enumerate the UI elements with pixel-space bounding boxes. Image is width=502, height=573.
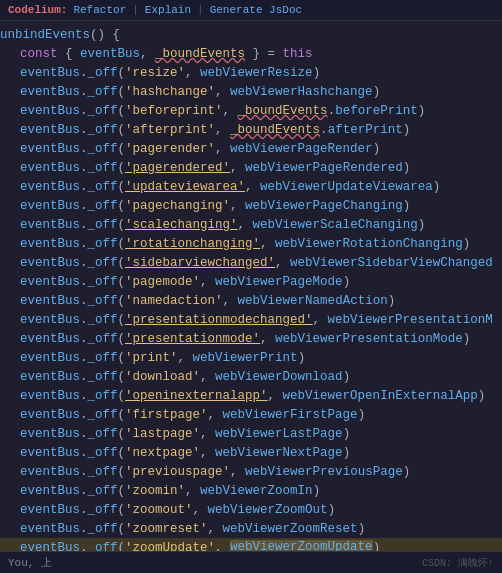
editor-container: Codelium: Refactor | Explain | Generate … [0, 0, 502, 573]
code-line-14: eventBus._off('namedaction', webViewerNa… [0, 291, 502, 310]
code-line-19: eventBus._off('openinexternalapp', webVi… [0, 386, 502, 405]
code-line-1: const { eventBus , _boundEvents } = this [0, 44, 502, 63]
code-line-12: eventBus._off('sidebarviewchanged', webV… [0, 253, 502, 272]
code-line-4: eventBus._off('beforeprint', _boundEvent… [0, 101, 502, 120]
code-line-6: eventBus._off('pagerender', webViewerPag… [0, 139, 502, 158]
code-line-3: eventBus._off('hashchange', webViewerHas… [0, 82, 502, 101]
brand-label: Codelium: [8, 4, 67, 16]
top-bar: Codelium: Refactor | Explain | Generate … [0, 0, 502, 21]
code-line-10: eventBus._off('scalechanging', webViewer… [0, 215, 502, 234]
code-line-header: unbindEvents () { [0, 25, 502, 44]
code-line-25: eventBus._off('zoomout', webViewerZoomOu… [0, 500, 502, 519]
watermark-label: CSDN: 满魄怀↑ [422, 556, 494, 570]
code-line-13: eventBus._off('pagemode', webViewerPageM… [0, 272, 502, 291]
code-line-18: eventBus._off('download', webViewerDownl… [0, 367, 502, 386]
code-line-2: eventBus._off('resize', webViewerResize) [0, 63, 502, 82]
code-line-23: eventBus._off('previouspage', webViewerP… [0, 462, 502, 481]
code-line-9: eventBus._off('pagechanging', webViewerP… [0, 196, 502, 215]
code-line-20: eventBus._off('firstpage', webViewerFirs… [0, 405, 502, 424]
refactor-action[interactable]: Refactor [73, 4, 126, 16]
code-line-5: eventBus._off('afterprint', _boundEvents… [0, 120, 502, 139]
code-line-17: eventBus._off('print', webViewerPrint) [0, 348, 502, 367]
code-line-16: eventBus._off('presentationmode', webVie… [0, 329, 502, 348]
code-line-8: eventBus._off('updateviewarea', webViewe… [0, 177, 502, 196]
bottom-bar: You, 上 CSDN: 满魄怀↑ [0, 551, 502, 573]
code-line-7: eventBus._off('pagerendered', webViewerP… [0, 158, 502, 177]
code-line-11: eventBus._off('rotationchanging', webVie… [0, 234, 502, 253]
code-line-26: eventBus._off('zoomreset', webViewerZoom… [0, 519, 502, 538]
explain-action[interactable]: Explain [145, 4, 191, 16]
code-line-22: eventBus._off('nextpage', webViewerNextP… [0, 443, 502, 462]
code-line-21: eventBus._off('lastpage', webViewerLastP… [0, 424, 502, 443]
code-line-24: eventBus._off('zoomin', webViewerZoomIn) [0, 481, 502, 500]
code-area: unbindEvents () { const { eventBus , _bo… [0, 21, 502, 573]
code-line-15: eventBus._off('presentationmodechanged',… [0, 310, 502, 329]
function-name: unbindEvents [0, 28, 90, 42]
bottom-info: You, 上 [8, 555, 52, 570]
generate-jsdoc-action[interactable]: Generate JsDoc [210, 4, 302, 16]
bottom-right: CSDN: 满魄怀↑ [422, 556, 494, 570]
